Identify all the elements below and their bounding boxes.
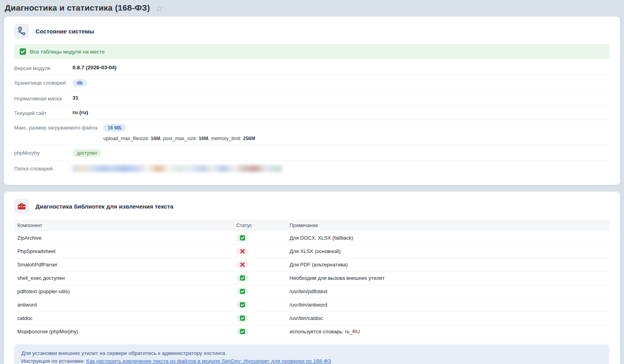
library-diagnostics-table: Компонент Статус Примечание ZipArchive Д… [14,220,609,338]
status-cell [233,312,286,325]
status-cell [233,231,286,245]
info-value: db [72,79,87,87]
column-header-note: Примечание [286,220,609,231]
system-info-row: Версия модуля0.8.7 (2026-03-04) [14,61,609,75]
info-label: Папка словарей [14,165,72,172]
component-cell: PhpSpreadsheet [14,245,233,258]
library-diagnostics-card: Диагностика библиотек для извлечения тек… [4,192,620,364]
status-ok-icon [236,328,248,335]
system-card-title: Состояние системы [35,28,94,35]
system-info-row: Папка словарей [14,161,609,176]
system-info-row: Нормативная маска31 [14,91,609,105]
note-cell: Для DOCX, XLSX (fallback) [286,231,609,245]
table-row: pdftotext (poppler-utils) /usr/bin/pdfto… [14,285,609,298]
info-value: 0.8.7 (2026-03-04) [72,65,117,70]
info-line-1: Для установки внешних утилит на сервере … [21,349,602,357]
note-cell: /usr/bin/pdftotext [286,285,609,298]
component-cell: antiword [14,298,233,312]
status-cell [233,272,286,285]
table-body: ZipArchive Для DOCX, XLSX (fallback)PhpS… [14,231,609,338]
status-ok-icon [236,301,248,309]
status-cell [233,245,286,258]
info-line-2-prefix: Инструкция по установке: [21,358,86,364]
system-card-header: Состояние системы [14,24,609,39]
page: Диагностика и статистика (168-ФЗ) ☆ Сост… [0,0,624,364]
instructions-link[interactable]: Как настроить извлечение текста из файло… [86,358,331,364]
alert-text: Все таблицы модуля на месте [30,49,105,55]
toolbox-icon [14,199,29,214]
status-fail-icon [236,248,248,255]
note-cell: /usr/bin/catdoc [286,312,609,325]
status-ok-icon [236,288,248,295]
note-cell: Для XLSX (основной) [286,245,609,258]
info-label: Нормативная маска [14,95,72,102]
system-info-row: Хранилище словарейdb [14,75,609,91]
info-label: Макс. размер загружаемого файла [14,124,103,131]
note-cell: Для PDF (альтернатива) [286,258,609,272]
system-status-card: Состояние системы Все таблицы модуля на … [4,17,620,185]
status-ok-icon [236,234,248,242]
component-cell: ZipArchive [14,231,233,245]
table-row: antiword /usr/bin/antiword [14,298,609,312]
status-cell [233,298,286,312]
star-icon[interactable]: ☆ [156,4,163,13]
php-limits-text: upload_max_filesize: 16M, post_max_size:… [103,136,255,141]
table-header-row: Компонент Статус Примечание [14,220,609,231]
info-label: Версия модуля [14,65,72,71]
status-cell [233,325,286,338]
page-header: Диагностика и статистика (168-ФЗ) ☆ [4,2,620,17]
stethoscope-icon [14,24,29,39]
component-cell: pdftotext (poppler-utils) [14,285,233,298]
info-line-2: Инструкция по установке: Как настроить и… [21,357,602,364]
library-card-header: Диагностика библиотек для извлечения тек… [14,199,609,214]
component-cell: shell_exec доступен [14,272,233,285]
redacted-value [72,165,282,172]
library-card-title: Диагностика библиотек для извлечения тек… [35,203,173,210]
check-icon [20,48,26,55]
system-info-row: phpMorphyдоступен [14,145,609,161]
note-cell: /usr/bin/antiword [286,298,609,312]
info-label: Текущий сайт [14,109,72,116]
column-header-status: Статус [233,220,286,231]
note-cell: используется словарь: ru_RU [286,325,609,338]
system-info-list: Версия модуля0.8.7 (2026-03-04)Хранилище… [14,61,609,176]
tables-ok-alert: Все таблицы модуля на месте [14,44,609,59]
status-fail-icon [236,261,248,268]
component-cell: Smalot\PdfParser [14,258,233,272]
status-ok-icon [236,314,248,322]
column-header-component: Компонент [14,220,233,231]
table-row: PhpSpreadsheet Для XLSX (основной) [14,245,609,258]
system-info-row: Макс. размер загружаемого файла16 МБuplo… [14,120,609,145]
status-ok-icon [236,274,248,282]
note-cell: Необходим для вызова внешних утилит [286,272,609,285]
table-row: ZipArchive Для DOCX, XLSX (fallback) [14,231,609,245]
status-cell [233,285,286,298]
page-title: Диагностика и статистика (168-ФЗ) [5,3,150,13]
table-row: shell_exec доступен Необходим для вызова… [14,272,609,285]
info-label: phpMorphy [14,149,72,156]
table-row: Морфология (phpMorphy) используется слов… [14,325,609,338]
info-value: ru (ru) [72,109,88,115]
info-value: 31 [72,95,78,101]
install-info-box: Для установки внешних утилит на сервере … [14,344,609,364]
system-info-row: Текущий сайтru (ru) [14,105,609,120]
info-label: Хранилище словарей [14,79,72,86]
component-cell: catdoc [14,312,233,325]
info-value: 16 МБ [103,124,126,132]
status-cell [233,258,286,272]
component-cell: Морфология (phpMorphy) [14,325,233,338]
table-row: catdoc /usr/bin/catdoc [14,312,609,325]
info-value: доступен [72,149,101,157]
table-row: Smalot\PdfParser Для PDF (альтернатива) [14,258,609,272]
